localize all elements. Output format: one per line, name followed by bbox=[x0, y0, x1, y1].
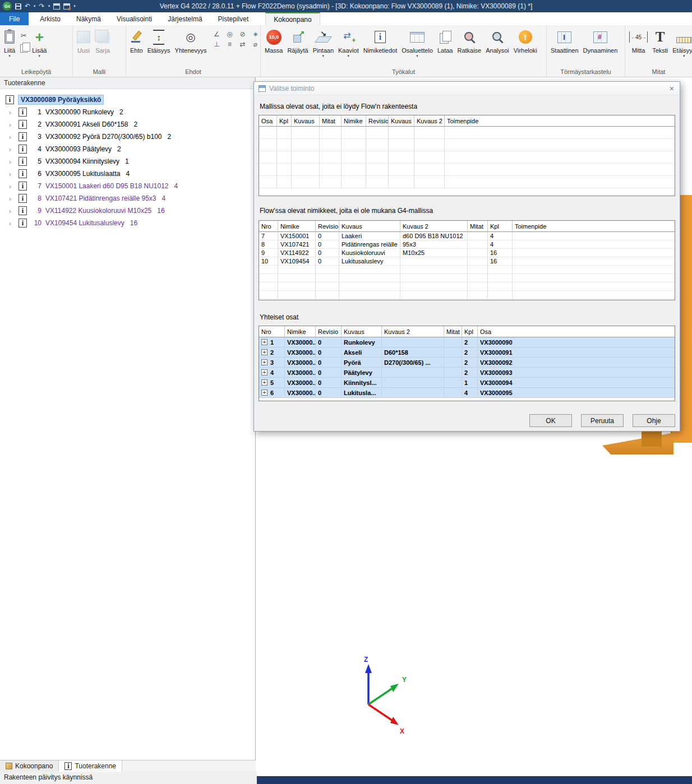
solve-button[interactable]: Ratkaise bbox=[455, 27, 483, 54]
expand-chevron-icon[interactable]: › bbox=[7, 182, 13, 191]
table-row[interactable]: +2VX30000...0AkseliD60*1582VX3000091 bbox=[259, 347, 675, 358]
static-collision-button[interactable]: Staattinen bbox=[548, 27, 581, 54]
expand-chevron-icon[interactable]: › bbox=[7, 194, 13, 203]
expand-chevron-icon[interactable]: › bbox=[7, 207, 13, 215]
expand-plus-icon[interactable]: + bbox=[261, 369, 267, 375]
tree-item[interactable]: ›6VX3000095 Lukituslaatta4 bbox=[0, 168, 255, 180]
column-header[interactable]: Nro bbox=[259, 221, 278, 232]
column-header[interactable]: Kpl bbox=[277, 115, 292, 127]
concentric-constraint-icon[interactable]: ◎ bbox=[225, 30, 234, 38]
column-header[interactable]: Toimenpide bbox=[445, 115, 675, 127]
3d-model-part[interactable] bbox=[602, 431, 673, 454]
table-row[interactable]: 7VX1500010Laakerid60 D95 B18 NU10124 bbox=[259, 232, 675, 240]
bottom-tab-kokoonpano[interactable]: Kokoonpano bbox=[0, 760, 59, 772]
undo-icon[interactable]: ↶ bbox=[25, 3, 30, 10]
tree-item[interactable]: ›5VX3000094 Kiinnityslevy1 bbox=[0, 155, 255, 168]
to-surface-button[interactable]: Pintaan ▾ bbox=[311, 27, 336, 58]
expand-chevron-icon[interactable]: › bbox=[7, 120, 13, 129]
dialog-titlebar[interactable]: Valitse toiminto × bbox=[254, 82, 680, 95]
column-header[interactable]: Kpl bbox=[462, 326, 478, 337]
analyze-button[interactable]: Analysoi bbox=[483, 27, 511, 54]
expand-plus-icon[interactable]: + bbox=[261, 379, 267, 386]
table-row[interactable]: 8VX1074210Pidätinrengas reiälle95x34 bbox=[259, 240, 675, 249]
distance-constraint-button[interactable]: Etäisyys bbox=[145, 27, 173, 54]
condition-button[interactable]: Ehto bbox=[128, 27, 145, 54]
app-logo-icon[interactable]: G4 bbox=[3, 2, 12, 11]
measure-button[interactable]: 45 Mitta bbox=[627, 27, 650, 54]
expand-chevron-icon[interactable]: › bbox=[7, 170, 13, 178]
diagrams-button[interactable]: Kaaviot ▾ bbox=[336, 27, 361, 58]
coincidence-button[interactable]: Yhtenevyys bbox=[173, 27, 209, 54]
expand-chevron-icon[interactable]: › bbox=[7, 108, 13, 117]
column-header[interactable]: Osa bbox=[478, 326, 675, 337]
explode-button[interactable]: Räjäytä bbox=[285, 27, 310, 54]
error-log-button[interactable]: Virheloki bbox=[511, 27, 539, 54]
tab-nakyma[interactable]: Näkymä bbox=[68, 12, 109, 25]
undo-dropdown-icon[interactable]: ▾ bbox=[34, 4, 36, 8]
table-row[interactable]: +3VX30000...0PyöräD270(/300/65) ...2VX30… bbox=[259, 358, 675, 368]
expand-plus-icon[interactable]: + bbox=[261, 339, 267, 345]
3d-model-part[interactable] bbox=[642, 431, 662, 447]
expand-plus-icon[interactable]: + bbox=[261, 349, 267, 355]
table-row[interactable]: +5VX30000...0Kiinnitysl...1VX3000094 bbox=[259, 378, 675, 388]
tree-item[interactable]: ›9VX114922 Kuusiokoloruuvi M10x2516 bbox=[0, 205, 255, 217]
dynamic-collision-button[interactable]: Dynaaminen bbox=[581, 27, 620, 54]
column-header[interactable]: Kuvaus 2 bbox=[400, 221, 468, 232]
expand-chevron-icon[interactable]: › bbox=[7, 157, 13, 166]
tab-pistepilvet[interactable]: Pistepilvet bbox=[210, 12, 257, 25]
parallel-constraint-icon[interactable]: ≡ bbox=[225, 40, 234, 48]
tree-item[interactable]: ›3VX3000092 Pyörä D270(/300/65) b1002 bbox=[0, 131, 255, 143]
expand-chevron-icon[interactable]: › bbox=[7, 133, 13, 141]
column-header[interactable]: Kuvaus bbox=[339, 221, 400, 232]
load-button[interactable]: Lataa bbox=[435, 27, 455, 54]
column-header[interactable]: Osa bbox=[259, 115, 277, 127]
tree-item[interactable]: ›4VX3000093 Päätylevy2 bbox=[0, 143, 255, 155]
column-header[interactable]: Toimenpide bbox=[513, 221, 675, 232]
item-info-button[interactable]: Nimiketiedot bbox=[361, 27, 400, 54]
tree-item[interactable]: ›2VX3000091 Akseli D60*1582 bbox=[0, 118, 255, 131]
tree-item[interactable]: ›8VX107421 Pidätinrengas reiälle 95x34 bbox=[0, 192, 255, 205]
tree-root-item[interactable]: VX3000089 Pyöräyksikkö bbox=[0, 94, 255, 106]
redo-icon[interactable]: ↷ bbox=[39, 3, 45, 10]
diameter-constraint-icon[interactable]: ⌀ bbox=[251, 40, 260, 48]
perpendicular-constraint-icon[interactable]: ⊥ bbox=[212, 40, 221, 48]
column-header[interactable]: Mitat bbox=[320, 115, 342, 127]
column-header[interactable]: Revisio bbox=[316, 221, 339, 232]
redo-dropdown-icon[interactable]: ▾ bbox=[48, 4, 50, 8]
column-header[interactable]: Revisio bbox=[316, 326, 342, 337]
column-header[interactable]: Nimike bbox=[278, 221, 316, 232]
expand-chevron-icon[interactable]: › bbox=[7, 145, 13, 154]
table-row[interactable]: +1VX30000...0Runkolevy2VX3000090 bbox=[259, 337, 675, 347]
tab-jarjestelma[interactable]: Järjestelmä bbox=[160, 12, 210, 25]
save-icon[interactable] bbox=[15, 3, 21, 10]
column-header[interactable]: Kuvaus bbox=[389, 115, 414, 127]
swap-constraint-icon[interactable]: ⇄ bbox=[238, 40, 247, 48]
column-header[interactable]: Mitat bbox=[444, 326, 462, 337]
column-header[interactable]: Kuvaus bbox=[292, 115, 320, 127]
tree-item[interactable]: ›1VX3000090 Runkolevy2 bbox=[0, 106, 255, 118]
expand-chevron-icon[interactable]: › bbox=[7, 219, 13, 228]
column-header[interactable]: Kpl bbox=[488, 221, 513, 232]
angle-constraint-icon[interactable]: ∠ bbox=[212, 30, 221, 38]
mass-button[interactable]: 10,0 Massa bbox=[262, 27, 285, 54]
add-button[interactable]: + Lisää ▾ bbox=[30, 27, 49, 58]
tab-arkisto[interactable]: Arkisto bbox=[32, 12, 68, 25]
column-header[interactable]: Kuvaus bbox=[342, 326, 382, 337]
expand-plus-icon[interactable]: + bbox=[261, 359, 267, 365]
tab-file[interactable]: File bbox=[0, 12, 29, 25]
column-header[interactable]: Revisio bbox=[366, 115, 389, 127]
cut-scissors-icon[interactable]: ✂ bbox=[21, 31, 27, 40]
column-header[interactable]: Mitat bbox=[468, 221, 488, 232]
paste-button[interactable]: Liitä ▾ bbox=[2, 27, 17, 58]
column-header[interactable]: Nro bbox=[259, 326, 285, 337]
tangent-constraint-icon[interactable]: ⊘ bbox=[238, 30, 247, 38]
column-header[interactable]: Kuvaus 2 bbox=[382, 326, 444, 337]
table-row[interactable]: 10VX1094540Lukitusaluslevy16 bbox=[259, 257, 675, 266]
column-header[interactable]: Nimike bbox=[285, 326, 316, 337]
toolbar-window-alt-icon[interactable] bbox=[63, 3, 70, 10]
help-button[interactable]: Ohje bbox=[633, 414, 675, 427]
table-row[interactable]: +4VX30000...0Päätylevy2VX3000093 bbox=[259, 368, 675, 378]
new-button[interactable]: Uusi bbox=[75, 27, 93, 54]
tab-visualisointi[interactable]: Visualisointi bbox=[109, 12, 160, 25]
bottom-tab-tuoterakenne[interactable]: Tuoterakenne bbox=[59, 760, 122, 772]
